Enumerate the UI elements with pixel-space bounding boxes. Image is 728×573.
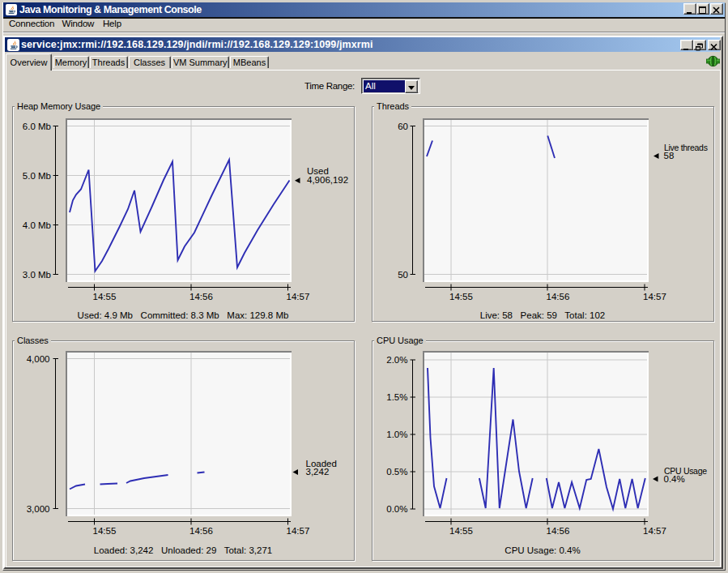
svg-text:14:57: 14:57 (643, 292, 666, 301)
svg-text:14:55: 14:55 (449, 292, 473, 301)
svg-text:58: 58 (664, 151, 675, 160)
svg-text:0.4%: 0.4% (664, 474, 685, 484)
svg-text:60: 60 (398, 122, 408, 131)
svg-text:0.0%: 0.0% (386, 504, 407, 514)
svg-text:6.0 Mb: 6.0 Mb (23, 122, 51, 131)
svg-text:1.0%: 1.0% (386, 430, 407, 439)
svg-text:14:55: 14:55 (449, 526, 473, 536)
svg-text:1.5%: 1.5% (386, 392, 407, 402)
svg-text:4,000: 4,000 (27, 354, 50, 364)
svg-text:14:57: 14:57 (287, 292, 310, 301)
svg-text:14:55: 14:55 (93, 292, 117, 301)
svg-text:14:56: 14:56 (547, 292, 570, 301)
svg-text:0.5%: 0.5% (386, 467, 407, 477)
svg-text:50: 50 (398, 270, 408, 280)
svg-text:3,242: 3,242 (306, 467, 330, 477)
svg-text:5.0 Mb: 5.0 Mb (23, 171, 51, 181)
svg-text:2.0%: 2.0% (386, 355, 407, 365)
svg-text:14:57: 14:57 (643, 526, 666, 536)
svg-text:14:55: 14:55 (93, 526, 117, 536)
svg-text:4.0 Mb: 4.0 Mb (23, 220, 51, 230)
svg-text:14:57: 14:57 (287, 526, 310, 536)
svg-text:14:56: 14:56 (547, 526, 570, 536)
svg-text:3.0 Mb: 3.0 Mb (23, 270, 51, 280)
svg-text:3,000: 3,000 (27, 504, 50, 514)
svg-text:14:56: 14:56 (189, 292, 213, 301)
svg-text:14:56: 14:56 (189, 526, 213, 536)
svg-text:4,906,192: 4,906,192 (307, 175, 348, 185)
